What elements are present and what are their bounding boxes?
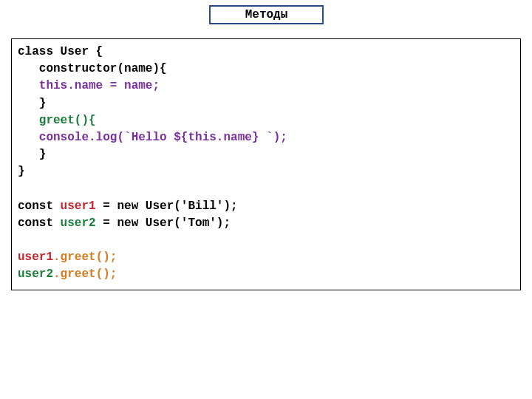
code-token: = new User('Bill'); xyxy=(96,200,238,213)
slide-title: Методы xyxy=(209,5,324,24)
code-line: } xyxy=(18,95,514,112)
code-token: } xyxy=(18,148,46,161)
code-token: user1 xyxy=(18,250,53,264)
code-line: constructor(name){ xyxy=(18,61,514,78)
code-token: user1 xyxy=(61,200,96,213)
code-line: const user1 = new User('Bill'); xyxy=(18,198,514,215)
code-line: } xyxy=(18,163,514,180)
code-line xyxy=(18,181,514,198)
code-token: const xyxy=(18,216,61,230)
code-line: user2.greet(); xyxy=(18,266,514,283)
code-token: .greet(); xyxy=(53,267,117,281)
code-token: const xyxy=(18,200,61,213)
code-line: user1.greet(); xyxy=(18,249,514,266)
code-token: user2 xyxy=(18,267,53,281)
code-block: class User { constructor(name){ this.nam… xyxy=(11,38,521,290)
code-line: greet(){ xyxy=(18,112,514,129)
code-line: this.name = name; xyxy=(18,78,514,95)
code-line: } xyxy=(18,146,514,163)
code-token: user2 xyxy=(61,216,96,230)
code-token: console.log(`Hello ${this.name} `); xyxy=(18,131,287,144)
code-line xyxy=(18,232,514,249)
code-token: constructor(name){ xyxy=(18,62,167,75)
code-token xyxy=(18,233,25,247)
code-token xyxy=(18,183,25,196)
code-token: greet(){ xyxy=(18,114,96,127)
code-token: } xyxy=(18,165,25,178)
code-line: console.log(`Hello ${this.name} `); xyxy=(18,129,514,146)
code-token: } xyxy=(18,97,46,110)
code-token: = new User('Tom'); xyxy=(96,216,231,230)
code-line: class User { xyxy=(18,44,514,61)
code-line: const user2 = new User('Tom'); xyxy=(18,215,514,232)
code-token: .greet(); xyxy=(53,250,117,264)
code-token: class User { xyxy=(18,45,103,58)
code-token: this.name = name; xyxy=(18,79,160,92)
